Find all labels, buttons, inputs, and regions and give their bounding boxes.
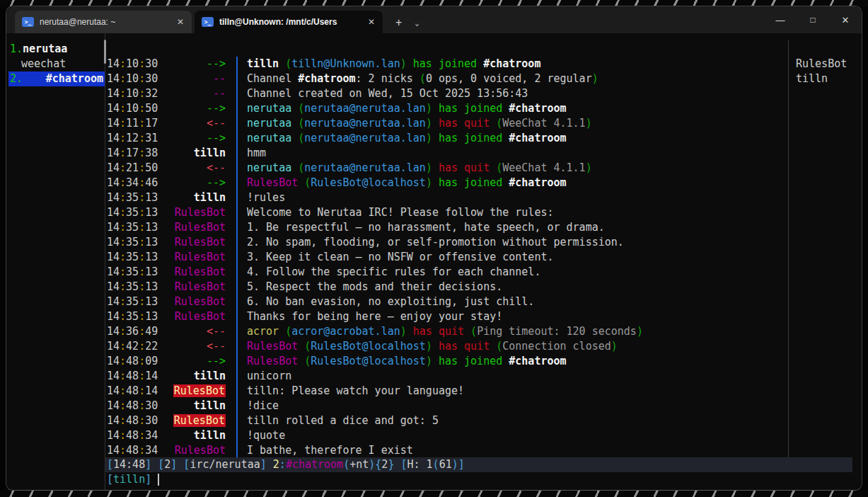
tab-dropdown-icon[interactable]: ⌄ — [415, 19, 419, 27]
prefix-separator — [236, 428, 238, 443]
time-delimiter: : — [139, 265, 145, 278]
prefix-nick: RulesBot — [175, 221, 226, 234]
nicklist-separator — [788, 40, 789, 457]
message: Channel created on Wed, 15 Oct 2025 13:5… — [247, 86, 528, 101]
message: 6. No ban evasion, no exploiting, just c… — [247, 295, 534, 309]
tab-tilln-active[interactable]: >_ tilln@Unknown: /mnt/c/Users ✕ — [195, 11, 383, 33]
prefix-nick: <-- — [207, 161, 226, 174]
status-segment: ] — [260, 458, 273, 471]
message: RulesBot (RulesBot@localhost) has joined… — [247, 354, 567, 369]
prefix-nick: RulesBot — [175, 206, 226, 219]
buffer-list-item[interactable]: weechat — [8, 57, 105, 72]
chat-line: 14:21:50<--nerutaa (nerutaa@nerutaa.lan)… — [107, 161, 643, 176]
tab-close-icon[interactable]: ✕ — [175, 17, 186, 27]
time-delimiter: : — [120, 444, 126, 457]
time-digits: 13 — [145, 206, 158, 219]
time-delimiter: : — [120, 384, 126, 397]
message-segment: I bathe, therefore I exist — [247, 444, 413, 457]
message-segment: ( — [279, 57, 291, 70]
message-segment: 0 ops, 0 voiced, 2 regular — [426, 72, 592, 85]
minimize-button[interactable]: — — [764, 6, 797, 33]
time-digits: 48 — [126, 414, 139, 427]
tab-nerutaa[interactable]: >_ nerutaa@nerutaa: ~ ✕ — [15, 11, 192, 33]
time-delimiter: : — [139, 206, 145, 219]
prefix-separator — [236, 57, 238, 72]
input-line[interactable]: [tilln] — [107, 472, 159, 487]
status-segment: #chatroom — [286, 458, 343, 471]
time-digits: 14 — [107, 87, 120, 100]
time-delimiter: : — [139, 147, 145, 159]
message-segment: RulesBot@localhost — [311, 176, 426, 189]
chat-line: 14:34:46-->RulesBot (RulesBot@localhost)… — [107, 176, 643, 190]
tab-close-icon[interactable]: ✕ — [366, 17, 377, 27]
new-tab-button[interactable]: + — [395, 17, 402, 28]
prefix-nick: RulesBot — [175, 251, 226, 263]
time-digits: 13 — [145, 191, 158, 204]
time-digits: 13 — [145, 295, 158, 308]
chat-line: 14:48:09-->RulesBot (RulesBot@localhost)… — [107, 354, 643, 369]
message: 1. Be respectful — no harassment, hate s… — [247, 220, 605, 235]
prefix: RulesBot — [159, 235, 226, 250]
time-digits: 14 — [107, 147, 120, 159]
time-delimiter: : — [120, 429, 126, 442]
status-segment: H: 1 — [407, 458, 432, 471]
prefix: -- — [159, 86, 226, 101]
message-segment: ) — [637, 325, 643, 338]
time-digits: 50 — [145, 102, 158, 115]
prefix-nick: -- — [213, 72, 226, 85]
timestamp: 14:48:14 — [107, 384, 159, 399]
time-delimiter: : — [139, 251, 145, 263]
message-segment: !quote — [247, 429, 285, 442]
time-delimiter: : — [139, 295, 145, 308]
time-digits: 14 — [107, 265, 120, 278]
message: 4. Follow the specific rules for each ch… — [247, 265, 540, 280]
nick-list-item: tilln — [796, 72, 847, 86]
message: !quote — [247, 428, 285, 443]
prefix: RulesBot — [159, 384, 226, 399]
time-delimiter: : — [120, 251, 126, 263]
message: !rules — [247, 190, 285, 205]
status-segment: ){ — [369, 458, 381, 471]
time-digits: 35 — [126, 191, 139, 204]
timestamp: 14:35:13 — [107, 190, 159, 205]
prefix: <-- — [159, 324, 226, 339]
nick-list: RulesBottilln — [796, 57, 847, 86]
time-digits: 35 — [126, 295, 139, 308]
time-digits: 35 — [126, 251, 139, 263]
time-digits: 14 — [107, 414, 120, 427]
time-digits: 14 — [107, 310, 120, 323]
time-digits: 30 — [145, 57, 158, 70]
message-segment: ) — [611, 340, 618, 353]
message-segment: RulesBot — [247, 176, 298, 189]
buffer-list-item[interactable]: 2.#chatroom — [8, 72, 105, 86]
message: tilln rolled a dice and got: 5 — [247, 413, 439, 428]
time-delimiter: : — [139, 414, 145, 427]
chat-line: 14:10:32--Channel created on Wed, 15 Oct… — [107, 86, 643, 101]
message-segment: ) — [426, 117, 439, 130]
message-segment: has quit — [413, 325, 464, 338]
chat-area[interactable]: 14:10:30-->tilln (tilln@Unknown.lan) has… — [107, 57, 643, 458]
time-digits: 14 — [107, 280, 120, 293]
time-digits: 11 — [126, 117, 139, 130]
message-segment: nerutaa — [247, 132, 291, 144]
time-digits: 14 — [107, 429, 120, 442]
buffer-list-item[interactable]: 1.nerutaa — [8, 42, 105, 57]
buffer-list[interactable]: 1.nerutaaweechat2.#chatroom — [8, 42, 105, 86]
status-segment: 2 — [273, 458, 279, 471]
maximize-button[interactable]: □ — [797, 6, 829, 33]
message-segment: tilln — [247, 57, 279, 70]
status-bar: [14:48] [2] [irc/nerutaa] 2:#chatroom(+n… — [105, 457, 852, 472]
message-segment: Connection closed — [502, 340, 611, 353]
timestamp: 14:35:13 — [107, 250, 159, 265]
message: tilln (tilln@Unknown.lan) has joined #ch… — [247, 57, 540, 72]
chat-line: 14:10:30-->tilln (tilln@Unknown.lan) has… — [107, 57, 643, 72]
time-digits: 50 — [145, 161, 158, 174]
time-digits: 13 — [145, 265, 158, 278]
timestamp: 14:17:38 — [107, 146, 159, 161]
message-segment: 2. No spam, flooding, or self-promotion … — [247, 236, 624, 248]
message-segment: ) — [426, 132, 439, 144]
close-button[interactable]: ✕ — [829, 6, 862, 33]
time-digits: 35 — [126, 265, 139, 278]
time-digits: 36 — [126, 325, 139, 338]
timestamp: 14:35:13 — [107, 235, 159, 250]
